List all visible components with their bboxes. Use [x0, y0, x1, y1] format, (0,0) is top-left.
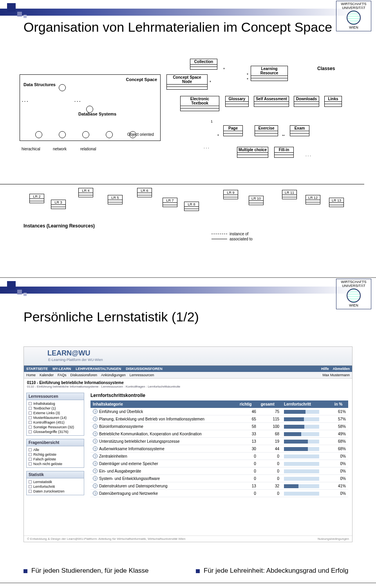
sidebar-item[interactable]: Daten zurücksetzen — [29, 489, 82, 494]
classes-label: Classes — [317, 66, 335, 71]
col-kategorie: Inhaltskategorie — [90, 400, 237, 408]
cell-richtig: 30 — [237, 445, 258, 453]
logo-line1: WIRTSCHAFTS — [337, 2, 370, 6]
concept-space-label: Concept Space — [126, 77, 157, 82]
nav-help[interactable]: Hilfe — [321, 367, 329, 371]
cell-percent: 68% — [332, 438, 348, 445]
uml-diagram: Concept Space Data Structures . . . . . … — [12, 59, 364, 223]
cell-name[interactable]: ?Datenträger und externe Speicher — [90, 460, 237, 467]
header-decor-blocks — [7, 281, 27, 296]
footer-terms[interactable]: Nutzungsbedingungen — [318, 537, 349, 541]
cell-name[interactable]: ?Planung, Entwicklung und Betrieb von In… — [90, 415, 237, 423]
slide-title: Organisation von Lehrmaterialien im Conc… — [24, 20, 332, 35]
cell-name[interactable]: ?Ein- und Ausgabegeräte — [90, 467, 237, 475]
legend-instance-of: instance of — [230, 232, 248, 236]
cell-bar — [282, 438, 332, 445]
cell-name[interactable]: ?Unterstützung betrieblicher Leistungspr… — [90, 438, 237, 445]
data-structures-label: Data Structures — [24, 82, 56, 87]
dots-label: . . . — [74, 98, 80, 103]
cell-richtig: 0 — [237, 467, 258, 475]
sidebar: Lernressourcen InhaltskatalogTextbücher … — [24, 390, 87, 501]
subnav-item[interactable]: Diskussionsforen — [70, 373, 98, 377]
lr-instance: LR 10 — [249, 196, 264, 205]
table-row: ?Einführung und Überblick467561% — [90, 408, 348, 415]
nav-item[interactable]: STARTSEITE — [26, 367, 48, 371]
sidebar-item[interactable]: Lernstatistik — [29, 480, 82, 484]
subnav-item[interactable]: Kalender — [40, 373, 54, 377]
cell-gesamt: 100 — [258, 423, 282, 430]
breadcrumb-title: 0110 - Einführung betriebliche Informati… — [27, 381, 349, 385]
sidebar-item[interactable]: Noch nicht gelöste — [29, 462, 82, 466]
lr-instance: LR 6 — [137, 188, 152, 197]
star-mult: * — [217, 134, 219, 138]
table-row: ?System- und Entwicklungssoftware000% — [90, 475, 348, 482]
cell-richtig: 0 — [237, 453, 258, 460]
globe-icon — [347, 11, 361, 25]
sidebar-item[interactable]: Inhaltskatalog — [29, 401, 82, 406]
sidebar-item[interactable]: Alle — [29, 447, 82, 452]
cell-gesamt: 0 — [258, 475, 282, 482]
arrow-dashed-icon — [212, 234, 227, 234]
star-mult: * — [247, 73, 248, 77]
collection-class: Collection — [190, 59, 217, 70]
lr-instance: LR 7 — [163, 198, 177, 207]
logo-city: WIEN — [337, 25, 370, 29]
cell-name[interactable]: ?Betriebliche Kommunikation, Kooperation… — [90, 430, 237, 438]
wu-logo: WIRTSCHAFTS UNIVERSITÄT WIEN — [336, 279, 371, 309]
slide-concept-space: WIRTSCHAFTS UNIVERSITÄT WIEN Organisatio… — [0, 0, 376, 278]
cell-name[interactable]: ?Zentraleinheiten — [90, 453, 237, 460]
cell-gesamt: 0 — [258, 453, 282, 460]
sidebar-item[interactable]: Richtig gelöste — [29, 452, 82, 457]
lr-instance: LR 13 — [329, 198, 344, 207]
lr-instance: LR 12 — [306, 195, 320, 204]
table-row: ?Datenübertragung und Netzwerke000% — [90, 490, 348, 497]
cell-gesamt: 115 — [258, 415, 282, 423]
cell-name[interactable]: ?Außenwirksame Informationssysteme — [90, 445, 237, 453]
decor-square — [7, 281, 16, 290]
electronic-textbook-class: Electronic Textbook — [180, 96, 219, 111]
sidebar-item[interactable]: Lernfortschritt — [29, 484, 82, 489]
cell-gesamt: 68 — [258, 430, 282, 438]
cell-name[interactable]: ?System- und Entwicklungssoftware — [90, 475, 237, 482]
sidebar-item[interactable]: Falsch gelöste — [29, 457, 82, 462]
col-richtig: richtig — [237, 400, 258, 408]
sidebar-item[interactable]: Textbücher (1) — [29, 406, 82, 411]
question-icon: ? — [93, 424, 98, 429]
question-icon: ? — [93, 483, 98, 488]
banner: LEARN@WU E-Learning-Plattform der WU-Wie… — [24, 347, 352, 366]
lr-instance: LR 2 — [29, 194, 44, 203]
sidebar-item[interactable]: Sonstige Ressourcen (32) — [29, 425, 82, 429]
subnav-item[interactable]: FAQs — [58, 373, 67, 377]
cell-percent: 49% — [332, 430, 348, 438]
sidebar-item[interactable]: Glossarbegriffe (3176) — [29, 429, 82, 434]
nav-logout[interactable]: Abmelden — [333, 367, 350, 371]
primary-nav: STARTSEITE MY-LEARN LEHRVERANSTALTUNGEN … — [24, 366, 352, 372]
cell-richtig: 0 — [237, 475, 258, 482]
sidebar-item[interactable]: Externe Links (3) — [29, 411, 82, 415]
cell-richtig: 33 — [237, 430, 258, 438]
header-gradient-bar — [0, 9, 376, 16]
globe-icon — [347, 289, 361, 303]
dots-label: . . . — [22, 98, 28, 103]
cell-name[interactable]: ?Büroinformationssysteme — [90, 423, 237, 430]
subnav-item[interactable]: Lernressourcen — [130, 373, 154, 377]
cell-name[interactable]: ?Einführung und Überblick — [90, 408, 237, 415]
logo-line2: UNIVERSITÄT — [337, 284, 370, 288]
shot-footer: © Entwicklung & Design der Learn@WU-Plat… — [24, 536, 352, 542]
legend: instance of associated to — [212, 231, 253, 242]
sidebar-item[interactable]: Kontrollfragen (451) — [29, 420, 82, 425]
nav-item[interactable]: LEHRVERANSTALTUNGEN — [76, 367, 121, 371]
sidebar-item[interactable]: Musterklausuren (14) — [29, 415, 82, 420]
cell-percent: 0% — [332, 460, 348, 467]
nav-item[interactable]: DISKUSSIONSFOREN — [126, 367, 163, 371]
panel-list: LernstatistikLernfortschrittDaten zurück… — [27, 478, 84, 495]
cell-name[interactable]: ?Datenübertragung und Netzwerke — [90, 490, 237, 497]
subnav-item[interactable]: Ankündigungen — [101, 373, 126, 377]
cell-gesamt: 0 — [258, 467, 282, 475]
nav-item[interactable]: MY-LEARN — [52, 367, 71, 371]
subnav-item[interactable]: Home — [26, 373, 36, 377]
cell-name[interactable]: ?Datenstrukturen und Datenspeicherung — [90, 482, 237, 490]
logo-city: WIEN — [337, 303, 370, 307]
relational-label: relational — [80, 147, 96, 151]
slide-title: Persönliche Lernstatistik (1/2) — [24, 309, 199, 325]
